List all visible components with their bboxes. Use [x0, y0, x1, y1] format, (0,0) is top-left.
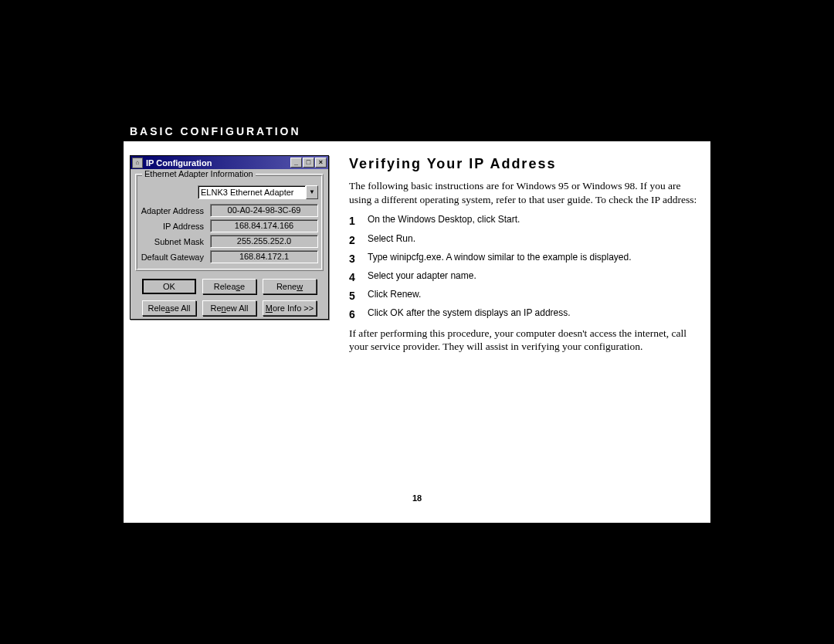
button-row-1: OK Release Renew [131, 276, 328, 297]
content-area: ⌂ IP Configuration _ □ × Ethernet Adapte… [124, 155, 710, 354]
groupbox-legend: Ethernet Adapter Information [142, 169, 256, 178]
dialog-title: IP Configuration [146, 158, 290, 168]
screenshot-column: ⌂ IP Configuration _ □ × Ethernet Adapte… [130, 155, 332, 354]
step-number: 4 [349, 270, 368, 284]
step-number: 5 [349, 289, 368, 303]
field-row: Subnet Mask 255.255.252.0 [141, 235, 318, 248]
field-label: Subnet Mask [141, 237, 210, 246]
adapter-combo[interactable]: ELNK3 Ethernet Adapter ▼ [198, 185, 318, 199]
step-text: Select Run. [368, 233, 415, 247]
step-text: Type winipcfg.exe. A window similar to t… [368, 252, 632, 266]
adapter-groupbox: Ethernet Adapter Information ELNK3 Ether… [135, 174, 324, 271]
minimize-button[interactable]: _ [290, 158, 302, 168]
close-button[interactable]: × [315, 158, 327, 168]
list-item: 1On the Windows Desktop, click Start. [349, 214, 704, 228]
step-number: 6 [349, 307, 368, 321]
step-text: Click Renew. [368, 289, 421, 303]
field-row: IP Address 168.84.174.166 [141, 219, 318, 232]
step-text: Select your adapter name. [368, 270, 476, 284]
steps-list: 1On the Windows Desktop, click Start. 2S… [349, 214, 704, 321]
adapter-address-field: 00-A0-24-98-3C-69 [210, 204, 318, 217]
more-info-button[interactable]: More Info >> [263, 300, 317, 316]
field-row: Default Gateway 168.84.172.1 [141, 250, 318, 263]
release-all-button[interactable]: Release All [142, 300, 196, 316]
field-label: IP Address [141, 222, 210, 231]
button-row-2: Release All Renew All More Info >> [131, 297, 328, 319]
ok-button[interactable]: OK [142, 279, 196, 294]
release-button[interactable]: Release [202, 279, 256, 294]
subnet-mask-field: 255.255.252.0 [210, 235, 318, 248]
step-number: 3 [349, 252, 368, 266]
list-item: 3Type winipcfg.exe. A window similar to … [349, 252, 704, 266]
step-text: Click OK after the system displays an IP… [368, 307, 571, 321]
adapter-combo-value: ELNK3 Ethernet Adapter [198, 185, 306, 199]
page-heading: Verifying Your IP Address [349, 155, 704, 173]
titlebar[interactable]: ⌂ IP Configuration _ □ × [131, 156, 328, 169]
system-icon: ⌂ [132, 158, 143, 168]
field-row: Adapter Address 00-A0-24-98-3C-69 [141, 204, 318, 217]
section-header: BASIC CONFIGURATION [124, 121, 710, 141]
list-item: 2Select Run. [349, 233, 704, 247]
list-item: 5Click Renew. [349, 289, 704, 303]
outro-paragraph: If after performing this procedure, your… [349, 327, 704, 354]
combo-dropdown-button[interactable]: ▼ [306, 185, 318, 199]
step-number: 1 [349, 214, 368, 228]
renew-all-button[interactable]: Renew All [202, 300, 256, 316]
step-number: 2 [349, 233, 368, 247]
renew-button[interactable]: Renew [263, 279, 317, 294]
list-item: 4Select your adapter name. [349, 270, 704, 284]
step-text: On the Windows Desktop, click Start. [368, 214, 520, 228]
intro-paragraph: The following basic instructions are for… [349, 179, 704, 206]
text-column: Verifying Your IP Address The following … [349, 155, 704, 354]
manual-page: BASIC CONFIGURATION ⌂ IP Configuration _… [124, 121, 710, 523]
maximize-button[interactable]: □ [303, 158, 314, 168]
field-label: Adapter Address [141, 206, 210, 215]
default-gateway-field: 168.84.172.1 [210, 250, 318, 263]
field-label: Default Gateway [141, 253, 210, 262]
page-number: 18 [124, 493, 710, 503]
list-item: 6Click OK after the system displays an I… [349, 307, 704, 321]
ip-config-dialog: ⌂ IP Configuration _ □ × Ethernet Adapte… [130, 155, 329, 320]
ip-address-field: 168.84.174.166 [210, 219, 318, 232]
